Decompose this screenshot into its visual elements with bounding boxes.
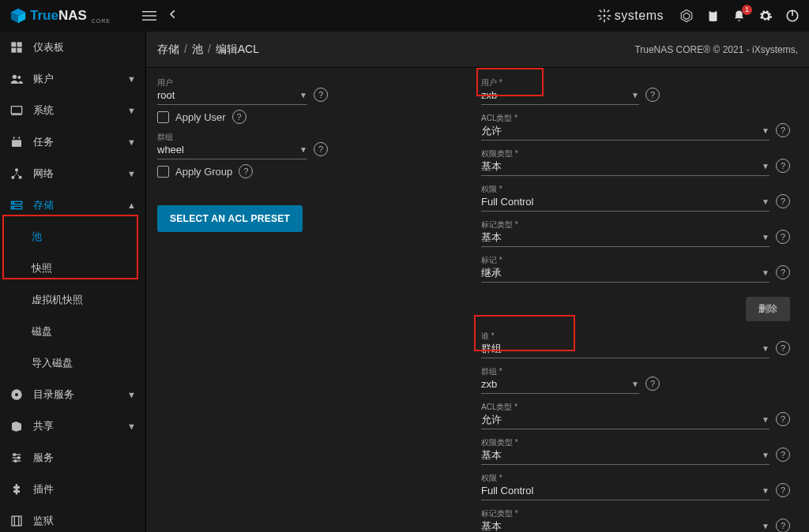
help-icon[interactable]: ? bbox=[314, 142, 328, 156]
sidebar-sub-vmsnapshot[interactable]: 虚拟机快照 bbox=[0, 284, 145, 316]
chevron-up-icon: ▲ bbox=[127, 200, 136, 210]
crumb-pool[interactable]: 池 bbox=[192, 43, 203, 57]
field-value: 继承 bbox=[481, 266, 769, 280]
clipboard-icon[interactable] bbox=[706, 9, 720, 23]
sidebar-item-services[interactable]: 服务 bbox=[0, 442, 145, 474]
sidebar-item-jails[interactable]: 监狱 bbox=[0, 505, 145, 532]
field-label: ACL类型 * bbox=[481, 402, 769, 413]
svg-rect-48 bbox=[12, 516, 21, 526]
user-field[interactable]: 用户 root ▼ ? Apply User ? bbox=[157, 77, 465, 124]
crumb-sep: / bbox=[208, 43, 211, 57]
sidebar-sub-snapshot[interactable]: 快照 bbox=[0, 253, 145, 284]
chevron-down-icon: ▼ bbox=[762, 268, 769, 277]
field-value: zxb bbox=[481, 88, 639, 103]
svg-rect-11 bbox=[599, 9, 602, 13]
sidebar-sub-pool[interactable]: 池 bbox=[0, 221, 145, 253]
help-icon[interactable]: ? bbox=[776, 265, 790, 279]
field-label: 权限 * bbox=[481, 473, 769, 484]
menu-icon[interactable] bbox=[142, 9, 156, 23]
field-value: zxb bbox=[481, 377, 639, 392]
apply-user-label: Apply User bbox=[175, 111, 226, 123]
chevron-down-icon: ▼ bbox=[762, 344, 769, 353]
sidebar-item-label: 账户 bbox=[33, 72, 118, 86]
sidebar-item-tasks[interactable]: 任务 ▼ bbox=[0, 126, 145, 158]
right-column: 用户 * zxb ▼ ? ACL类型 * 允许 ▼ bbox=[481, 77, 798, 532]
help-icon[interactable]: ? bbox=[232, 110, 246, 124]
acl2-acltype-field[interactable]: ACL类型 * 允许 ▼ ? bbox=[481, 402, 790, 429]
checkbox-icon[interactable] bbox=[157, 111, 169, 123]
svg-rect-12 bbox=[607, 17, 610, 21]
help-icon[interactable]: ? bbox=[239, 164, 253, 178]
acl1-perm-field[interactable]: 权限 * Full Control ▼ ? bbox=[481, 184, 790, 212]
group-field[interactable]: 群组 wheel ▼ ? Apply Group ? bbox=[157, 132, 465, 178]
ixsystems-logo[interactable]: systems bbox=[597, 9, 664, 23]
notification-badge: 1 bbox=[742, 5, 752, 15]
sidebar-item-storage[interactable]: 存储 ▲ bbox=[0, 189, 145, 221]
logo[interactable]: TrueNAS CORE bbox=[9, 7, 111, 24]
help-icon[interactable]: ? bbox=[776, 448, 790, 462]
help-icon[interactable]: ? bbox=[776, 519, 790, 532]
sidebar-item-account[interactable]: 账户 ▼ bbox=[0, 63, 145, 95]
power-icon[interactable] bbox=[785, 9, 800, 23]
sharing-icon bbox=[9, 420, 24, 433]
sidebar-item-label: 存储 bbox=[33, 198, 118, 212]
svg-rect-22 bbox=[17, 42, 22, 47]
back-icon[interactable] bbox=[167, 9, 179, 23]
sidebar-item-sharing[interactable]: 共享 ▼ bbox=[0, 410, 145, 442]
acl1-flag-field[interactable]: 标记 * 继承 ▼ ? bbox=[481, 255, 790, 283]
svg-point-25 bbox=[13, 75, 17, 79]
user-label: 用户 bbox=[157, 77, 307, 88]
sidebar-item-plugins[interactable]: 插件 bbox=[0, 474, 145, 505]
sidebar-item-network[interactable]: 网络 ▼ bbox=[0, 158, 145, 189]
sidebar-item-label: 快照 bbox=[32, 261, 52, 275]
acl2-permtype-field[interactable]: 权限类型 * 基本 ▼ ? bbox=[481, 437, 790, 465]
help-icon[interactable]: ? bbox=[645, 88, 660, 102]
crumb-storage[interactable]: 存储 bbox=[157, 43, 179, 57]
help-icon[interactable]: ? bbox=[776, 159, 790, 173]
truecommand-icon[interactable] bbox=[679, 9, 694, 23]
topbar: TrueNAS CORE systems 1 bbox=[0, 0, 809, 32]
acl1-flagtype-field[interactable]: 标记类型 * 基本 ▼ ? bbox=[481, 219, 790, 247]
acl2-perm-field[interactable]: 权限 * Full Control ▼ ? bbox=[481, 473, 790, 500]
svg-rect-9 bbox=[598, 15, 601, 17]
field-label: 权限类型 * bbox=[481, 148, 769, 159]
help-icon[interactable]: ? bbox=[314, 88, 328, 102]
sidebar-item-label: 虚拟机快照 bbox=[32, 293, 83, 307]
acl2-who-field[interactable]: 谁 * 群组 ▼ ? bbox=[481, 331, 790, 358]
help-icon[interactable]: ? bbox=[776, 483, 790, 497]
svg-rect-23 bbox=[11, 48, 16, 53]
help-icon[interactable]: ? bbox=[776, 230, 790, 244]
help-icon[interactable]: ? bbox=[776, 194, 790, 208]
dashboard-icon bbox=[9, 41, 24, 54]
sidebar-sub-disk[interactable]: 磁盘 bbox=[0, 316, 145, 347]
chevron-down-icon: ▼ bbox=[299, 145, 307, 154]
help-icon[interactable]: ? bbox=[776, 341, 790, 355]
svg-point-6 bbox=[603, 15, 605, 17]
crumb-sep: / bbox=[184, 43, 187, 57]
sidebar-item-system[interactable]: 系统 ▼ bbox=[0, 95, 145, 126]
user-value: root bbox=[157, 88, 307, 103]
help-icon[interactable]: ? bbox=[776, 412, 790, 426]
apply-group-check[interactable]: Apply Group ? bbox=[157, 164, 465, 178]
gear-icon[interactable] bbox=[758, 9, 773, 23]
jails-icon bbox=[9, 515, 24, 527]
acl1-permtype-field[interactable]: 权限类型 * 基本 ▼ ? bbox=[481, 148, 790, 176]
field-value: 基本 bbox=[481, 448, 769, 463]
acl2-group-field[interactable]: 群组 * zxb ▼ ? bbox=[481, 366, 790, 394]
field-value: Full Control bbox=[481, 484, 769, 498]
help-icon[interactable]: ? bbox=[645, 377, 660, 391]
help-icon[interactable]: ? bbox=[776, 123, 790, 137]
acl2-flagtype-field[interactable]: 标记类型 * 基本 ▼ ? bbox=[481, 508, 790, 532]
checkbox-icon[interactable] bbox=[157, 166, 169, 178]
bell-icon[interactable]: 1 bbox=[732, 9, 746, 23]
acl1-acltype-field[interactable]: ACL类型 * 允许 ▼ ? bbox=[481, 113, 790, 140]
svg-rect-17 bbox=[709, 11, 717, 21]
acl1-user-field[interactable]: 用户 * zxb ▼ ? bbox=[481, 77, 790, 105]
apply-user-check[interactable]: Apply User ? bbox=[157, 110, 465, 124]
sidebar-item-dashboard[interactable]: 仪表板 bbox=[0, 32, 145, 63]
sidebar-item-directory[interactable]: 目录服务 ▼ bbox=[0, 379, 145, 410]
select-preset-button[interactable]: SELECT AN ACL PRESET bbox=[157, 205, 303, 232]
delete-button[interactable]: 删除 bbox=[746, 297, 790, 321]
sidebar-sub-importdisk[interactable]: 导入磁盘 bbox=[0, 347, 145, 379]
field-value: 群组 bbox=[481, 342, 769, 356]
